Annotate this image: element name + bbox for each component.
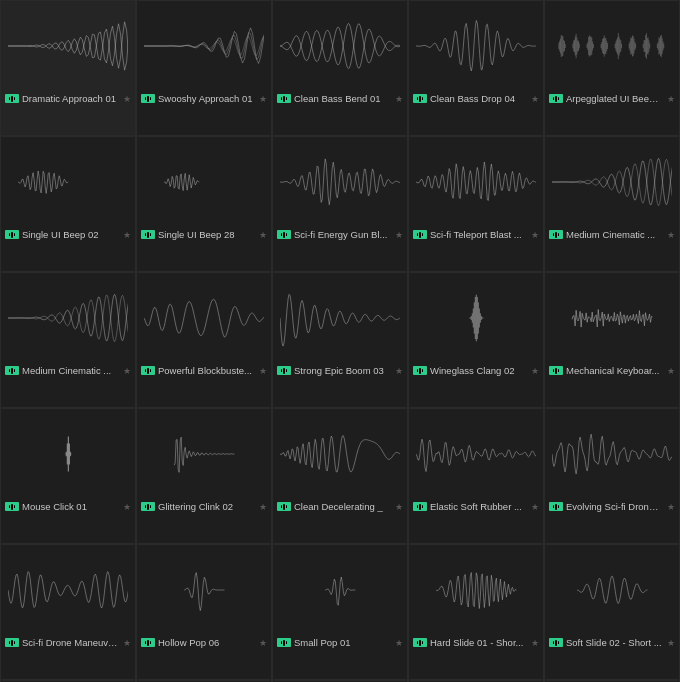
label-row: Single UI Beep 28★ — [137, 227, 271, 242]
sound-cell[interactable]: Strong Epic Boom 03★ — [272, 272, 408, 408]
favorite-star[interactable]: ★ — [667, 366, 675, 376]
sound-label: Clean Bass Drop 04 — [430, 93, 526, 104]
sound-cell[interactable]: Sci-fi Teleport Blast ...★ — [408, 136, 544, 272]
sound-type-icon — [277, 366, 291, 375]
favorite-star[interactable]: ★ — [667, 638, 675, 648]
sound-type-icon — [549, 366, 563, 375]
waveform-display — [137, 273, 271, 363]
waveform-display — [273, 137, 407, 227]
sound-cell[interactable]: Clean Bass Drop 04★ — [408, 0, 544, 136]
favorite-star[interactable]: ★ — [259, 366, 267, 376]
favorite-star[interactable]: ★ — [123, 502, 131, 512]
sound-type-icon — [5, 638, 19, 647]
sound-cell[interactable]: Clean Bass Bend 01★ — [272, 0, 408, 136]
sound-label: Evolving Sci-fi Drone... — [566, 501, 662, 512]
favorite-star[interactable]: ★ — [667, 230, 675, 240]
label-row: Elastic Soft Rubber ...★ — [409, 499, 543, 514]
sound-cell[interactable]: Single UI Beep 02★ — [0, 136, 136, 272]
sound-label: Mechanical Keyboar... — [566, 365, 662, 376]
favorite-star[interactable]: ★ — [123, 94, 131, 104]
sound-type-icon — [413, 94, 427, 103]
waveform-display — [545, 1, 679, 91]
favorite-star[interactable]: ★ — [667, 94, 675, 104]
favorite-star[interactable]: ★ — [123, 366, 131, 376]
sound-type-icon — [141, 502, 155, 511]
sound-cell[interactable]: Powerful Blockbuste...★ — [136, 272, 272, 408]
sound-cell[interactable]: Clean Decelerating _★ — [272, 408, 408, 544]
sound-cell[interactable]: Single UI Beep 28★ — [136, 136, 272, 272]
label-row: Soft Slide 02 - Short ...★ — [545, 635, 679, 650]
sound-label: Medium Cinematic ... — [22, 365, 118, 376]
sound-label: Sci-fi Energy Gun Bl... — [294, 229, 390, 240]
waveform-display — [137, 137, 271, 227]
favorite-star[interactable]: ★ — [667, 502, 675, 512]
sound-label: Hard Slide 01 - Shor... — [430, 637, 526, 648]
waveform-display — [273, 409, 407, 499]
favorite-star[interactable]: ★ — [259, 502, 267, 512]
sound-type-icon — [413, 502, 427, 511]
sound-label: Arpegglated UI Beep... — [566, 93, 662, 104]
waveform-display — [545, 409, 679, 499]
favorite-star[interactable]: ★ — [531, 94, 539, 104]
sound-cell[interactable]: Sci-fi Drone Maneuvr...★ — [0, 544, 136, 680]
label-row: Medium Cinematic ...★ — [545, 227, 679, 242]
favorite-star[interactable]: ★ — [259, 230, 267, 240]
sound-cell[interactable]: Soft Slide 02 - Short ...★ — [544, 544, 680, 680]
sound-label: Medium Cinematic ... — [566, 229, 662, 240]
sound-cell[interactable]: Swooshy Approach 01★ — [136, 0, 272, 136]
sound-type-icon — [141, 366, 155, 375]
label-row: Swooshy Approach 01★ — [137, 91, 271, 106]
sound-cell[interactable]: Evolving Sci-fi Drone...★ — [544, 408, 680, 544]
label-row: Mechanical Keyboar...★ — [545, 363, 679, 378]
sound-cell[interactable]: Medium Cinematic ...★ — [544, 136, 680, 272]
sound-label: Clean Decelerating _ — [294, 501, 390, 512]
sound-label: Single UI Beep 02 — [22, 229, 118, 240]
favorite-star[interactable]: ★ — [395, 502, 403, 512]
waveform-display — [273, 273, 407, 363]
label-row: Sci-fi Energy Gun Bl...★ — [273, 227, 407, 242]
waveform-display — [273, 545, 407, 635]
sound-cell[interactable]: Elastic Soft Rubber ...★ — [408, 408, 544, 544]
favorite-star[interactable]: ★ — [259, 638, 267, 648]
label-row: Hard Slide 01 - Shor...★ — [409, 635, 543, 650]
sound-type-icon — [549, 94, 563, 103]
favorite-star[interactable]: ★ — [531, 230, 539, 240]
sound-cell[interactable]: Sci-fi Energy Gun Bl...★ — [272, 136, 408, 272]
favorite-star[interactable]: ★ — [123, 638, 131, 648]
label-row: Clean Decelerating _★ — [273, 499, 407, 514]
favorite-star[interactable]: ★ — [395, 94, 403, 104]
label-row: Powerful Blockbuste...★ — [137, 363, 271, 378]
sound-cell[interactable]: Dramatic Approach 01★ — [0, 0, 136, 136]
waveform-display — [545, 545, 679, 635]
label-row: Dramatic Approach 01★ — [1, 91, 135, 106]
favorite-star[interactable]: ★ — [395, 366, 403, 376]
label-row: Single UI Beep 02★ — [1, 227, 135, 242]
sound-type-icon — [549, 502, 563, 511]
favorite-star[interactable]: ★ — [259, 94, 267, 104]
sound-cell[interactable]: Glittering Clink 02★ — [136, 408, 272, 544]
sound-cell[interactable]: Wineglass Clang 02★ — [408, 272, 544, 408]
favorite-star[interactable]: ★ — [395, 230, 403, 240]
label-row: Sci-fi Teleport Blast ...★ — [409, 227, 543, 242]
sound-label: Strong Epic Boom 03 — [294, 365, 390, 376]
sound-cell[interactable]: Hollow Pop 06★ — [136, 544, 272, 680]
sound-type-icon — [141, 230, 155, 239]
favorite-star[interactable]: ★ — [531, 638, 539, 648]
favorite-star[interactable]: ★ — [531, 502, 539, 512]
sound-cell[interactable]: Mechanical Keyboar...★ — [544, 272, 680, 408]
waveform-display — [1, 273, 135, 363]
sound-type-icon — [277, 230, 291, 239]
sound-cell[interactable]: Medium Cinematic ...★ — [0, 272, 136, 408]
waveform-display — [1, 137, 135, 227]
sound-cell[interactable]: Arpegglated UI Beep...★ — [544, 0, 680, 136]
sound-cell[interactable]: Mouse Click 01★ — [0, 408, 136, 544]
favorite-star[interactable]: ★ — [395, 638, 403, 648]
waveform-display — [1, 1, 135, 91]
sound-cell[interactable]: Small Pop 01★ — [272, 544, 408, 680]
waveform-display — [273, 1, 407, 91]
sound-cell[interactable]: Hard Slide 01 - Shor...★ — [408, 544, 544, 680]
favorite-star[interactable]: ★ — [531, 366, 539, 376]
waveform-display — [409, 273, 543, 363]
waveform-display — [409, 1, 543, 91]
favorite-star[interactable]: ★ — [123, 230, 131, 240]
